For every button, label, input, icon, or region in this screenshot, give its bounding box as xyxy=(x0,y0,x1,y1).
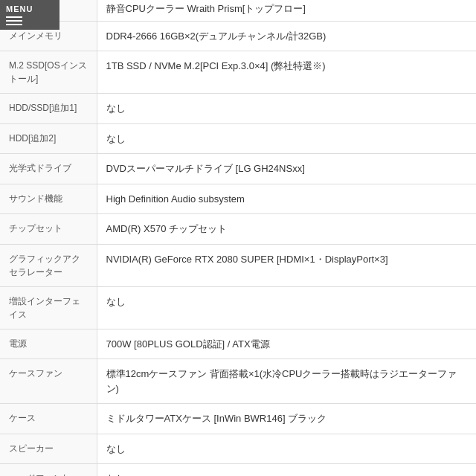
row-value: 700W [80PLUS GOLD認証] / ATX電源 xyxy=(97,329,476,359)
row-label: サウンド機能 xyxy=(0,184,97,214)
table-row: ケースミドルタワーATXケース [InWin BWR146] ブラック xyxy=(0,404,476,434)
table-row: ケースファン標準12cmケースファン 背面搭載×1(水冷CPUクーラー搭載時はラ… xyxy=(0,359,476,404)
table-row: ヘッドフォン/ヘッドセットなし xyxy=(0,464,476,477)
table-row: スピーカーなし xyxy=(0,434,476,464)
menu-bar[interactable]: MENU xyxy=(0,0,60,30)
row-value: なし xyxy=(97,94,476,124)
spec-table-wrapper: クーラー静音CPUクーラー Wraith Prism[トップフロー]メインメモリ… xyxy=(0,0,476,476)
table-row: 光学式ドライブDVDスーパーマルチドライブ [LG GH24NSxx] xyxy=(0,154,476,184)
table-row: メインメモリDDR4-2666 16GB×2(デュアルチャンネル/計32GB) xyxy=(0,21,476,51)
row-label: 電源 xyxy=(0,329,97,359)
row-label: 光学式ドライブ xyxy=(0,154,97,184)
table-row: 電源700W [80PLUS GOLD認証] / ATX電源 xyxy=(0,329,476,359)
spec-table: クーラー静音CPUクーラー Wraith Prism[トップフロー]メインメモリ… xyxy=(0,0,476,476)
row-label: ケースファン xyxy=(0,359,97,404)
row-label: M.2 SSD[OSインストール] xyxy=(0,51,97,94)
row-value: NVIDIA(R) GeForce RTX 2080 SUPER [HDMI×1… xyxy=(97,244,476,286)
row-value: なし xyxy=(97,123,476,154)
row-label: スピーカー xyxy=(0,434,97,464)
row-label: ヘッドフォン/ヘッドセット xyxy=(0,464,97,477)
menu-label: MENU xyxy=(6,4,33,13)
row-value: なし xyxy=(97,286,476,329)
row-value: High Definition Audio subsystem xyxy=(97,184,476,214)
row-value: なし xyxy=(97,464,476,477)
row-label: グラフィックアクセラレーター xyxy=(0,244,97,286)
table-row: クーラー静音CPUクーラー Wraith Prism[トップフロー] xyxy=(0,0,476,21)
row-value: DDR4-2666 16GB×2(デュアルチャンネル/計32GB) xyxy=(97,21,476,51)
row-value: 静音CPUクーラー Wraith Prism[トップフロー] xyxy=(97,0,476,21)
row-value: DVDスーパーマルチドライブ [LG GH24NSxx] xyxy=(97,154,476,184)
row-label: HDD/SSD[追加1] xyxy=(0,94,97,124)
table-row: HDD[追加2]なし xyxy=(0,123,476,154)
row-value: 1TB SSD / NVMe M.2[PCI Exp.3.0×4] (弊社特選※… xyxy=(97,51,476,94)
row-value: AMD(R) X570 チップセット xyxy=(97,214,476,245)
row-value: なし xyxy=(97,434,476,464)
row-label: ケース xyxy=(0,404,97,434)
table-row: チップセットAMD(R) X570 チップセット xyxy=(0,214,476,245)
table-row: M.2 SSD[OSインストール]1TB SSD / NVMe M.2[PCI … xyxy=(0,51,476,94)
row-value: 標準12cmケースファン 背面搭載×1(水冷CPUクーラー搭載時はラジエーターフ… xyxy=(97,359,476,404)
row-value: ミドルタワーATXケース [InWin BWR146] ブラック xyxy=(97,404,476,434)
row-label: チップセット xyxy=(0,214,97,245)
row-label: HDD[追加2] xyxy=(0,123,97,154)
hamburger-icon xyxy=(6,16,54,25)
table-row: 増設インターフェイスなし xyxy=(0,286,476,329)
table-row: サウンド機能High Definition Audio subsystem xyxy=(0,184,476,214)
row-label: 増設インターフェイス xyxy=(0,286,97,329)
table-row: HDD/SSD[追加1]なし xyxy=(0,94,476,124)
table-row: グラフィックアクセラレーターNVIDIA(R) GeForce RTX 2080… xyxy=(0,244,476,286)
